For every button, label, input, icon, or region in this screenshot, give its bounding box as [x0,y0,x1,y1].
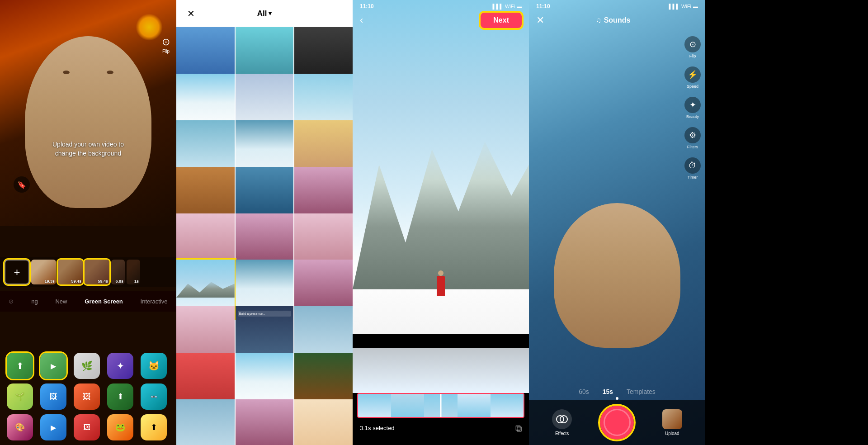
signal-icon: ▌▌▌ [493,4,503,9]
clip-duration-2: 59.4s [71,279,81,284]
flip-control-btn[interactable]: ⊙ Flip [684,36,701,58]
timer-icon: ⏱ [684,157,701,174]
skier-figure [437,276,445,296]
app-icon-2[interactable]: ▶ [40,353,66,379]
status-time-3: 11:10 [360,3,374,9]
beauty-control-btn[interactable]: ✦ Beauty [684,97,701,119]
flip-camera-icon: ⊙ [684,36,701,52]
upload-button[interactable]: Upload [662,409,682,436]
upload-hint-text: Upload your own video to change the back… [43,140,133,158]
upload-thumbnail [662,409,682,429]
gallery-grid: Apply a Filter 00:14 Apply a Filter 00:1… [176,27,353,445]
app-icon-12[interactable]: ▶ [40,414,66,440]
timeline-clip-2[interactable]: 59.4s [58,260,83,284]
status-bar-preview: 11:10 ▌▌▌ WiFi ▬ [353,0,529,13]
speed-label: Speed [687,84,698,89]
beauty-icon: ✦ [684,97,701,113]
app-icon-3[interactable]: 🌿 [74,353,100,379]
filters-control-btn[interactable]: ⚙ Filters [684,127,701,149]
app-icon-10[interactable]: 👓 [141,383,167,410]
effects-tab-bar: ⊘ ng New Green Screen Interactive [0,291,176,312]
app-icon-13[interactable]: 🖼 [74,414,100,440]
copy-layers-button[interactable]: ⧉ [515,423,522,434]
bookmark-button[interactable]: 🔖 [14,176,30,193]
app-icon-1[interactable]: ⬆ [7,353,33,379]
apps-grid: ⬆ ▶ 🌿 ✦ 🐱 🌱 🖼 🖼 ⬆ 👓 🎨 [0,353,176,440]
selected-duration-text: 3.1s selected [360,425,395,431]
tab-green-screen[interactable]: Green Screen [85,298,123,305]
clip-duration-3: 59.4s [98,279,108,284]
gallery-close-button[interactable]: ✕ [184,6,198,21]
clip-duration-5: 1s [134,279,139,284]
camera-bottom-bar: Effects Upload [529,400,705,445]
tab-item-disabled: ⊘ [9,298,14,305]
camera-close-button[interactable]: ✕ [536,14,544,26]
music-note-icon: ♫ [596,16,601,24]
gallery-filter-dropdown[interactable]: All ▾ [257,9,272,18]
right-edge [705,0,868,445]
duration-tab-templates[interactable]: Templates [627,388,656,395]
gallery-filter-label: All [257,9,267,18]
clip-duration-1: 19.3s [44,279,55,284]
status-icons-4: ▌▌▌ WiFi ▬ [669,4,698,9]
back-button[interactable]: ‹ [360,14,363,26]
app-icon-5[interactable]: 🐱 [141,353,167,379]
timer-control-btn[interactable]: ⏱ Timer [684,157,701,180]
video-timeline[interactable] [357,393,524,418]
gallery-header: ✕ All ▾ [176,0,353,27]
signal-icon-4: ▌▌▌ [669,4,679,9]
status-time-4: 11:10 [536,3,550,9]
beauty-label: Beauty [686,114,699,119]
timeline-clip-1[interactable]: 19.3s [31,260,56,284]
app-icon-4[interactable]: ✦ [107,353,133,379]
tab-ng[interactable]: ng [31,298,38,305]
duration-tab-15s[interactable]: 15s [603,388,613,395]
app-icon-11[interactable]: 🎨 [7,414,33,440]
preview-content [353,0,529,445]
record-button[interactable] [600,406,634,440]
app-icon-15[interactable]: ⬆ [141,414,167,440]
duration-tab-60s[interactable]: 60s [579,388,589,395]
panel-green-screen: Upload your own video to change the back… [0,0,176,445]
status-icons-3: ▌▌▌ WiFi ▬ [493,4,522,9]
face-shape [25,36,151,208]
timeline-strip: + 19.3s 59.4s 59.4s 6.8s 1s [0,257,176,287]
snow-ground [353,348,529,393]
app-icon-6[interactable]: 🌱 [7,383,33,410]
tab-interactive[interactable]: Interactive [141,298,168,305]
battery-icon-4: ▬ [693,4,698,9]
next-button[interactable]: Next [481,13,522,28]
timeline-clip-5[interactable]: 1s [127,260,140,284]
clip-duration-4: 6.8s [115,279,123,284]
face-silhouette [554,203,680,348]
camera-preview [529,0,705,445]
effects-label: Effects [555,431,569,436]
panel-gallery: ✕ All ▾ Apply a Filter 00:14 Apply a Fil… [176,0,353,445]
filters-icon: ⚙ [684,127,701,143]
timeline-clip-3[interactable]: 59.4s [85,260,109,284]
mountain-graphic [353,133,529,289]
timeline-clip-4[interactable]: 6.8s [111,260,125,284]
flip-control[interactable]: ⊙ Flip [162,36,170,54]
gallery-item[interactable]: 00:00 [294,399,353,445]
speed-icon: ⚡ [684,66,701,83]
filters-label: Filters [687,145,698,149]
panel-camera: 11:10 ▌▌▌ WiFi ▬ ✕ ♫ Sounds ⊙ Flip ⚡ Spe… [529,0,705,445]
tab-new[interactable]: New [55,298,67,305]
playhead [440,394,442,417]
app-icon-8[interactable]: 🖼 [74,383,100,410]
gallery-item[interactable]: 00:13 [176,399,235,445]
status-bar-camera: 11:10 ▌▌▌ WiFi ▬ [529,0,705,13]
effects-icon [552,409,572,429]
app-icon-7[interactable]: 🖼 [40,383,66,410]
wifi-icon-4: WiFi [681,4,691,9]
dropdown-chevron-icon: ▾ [269,10,272,17]
effects-button[interactable]: Effects [552,409,572,436]
app-icon-14[interactable]: 🐸 [107,414,133,440]
gallery-item[interactable]: 01:14 [236,399,294,445]
sounds-label: Sounds [604,16,631,24]
duration-tab-bar: 60s 15s Templates [529,388,705,398]
add-clip-button[interactable]: + [5,260,29,284]
app-icon-9[interactable]: ⬆ [107,383,133,410]
speed-control-btn[interactable]: ⚡ Speed [684,66,701,89]
